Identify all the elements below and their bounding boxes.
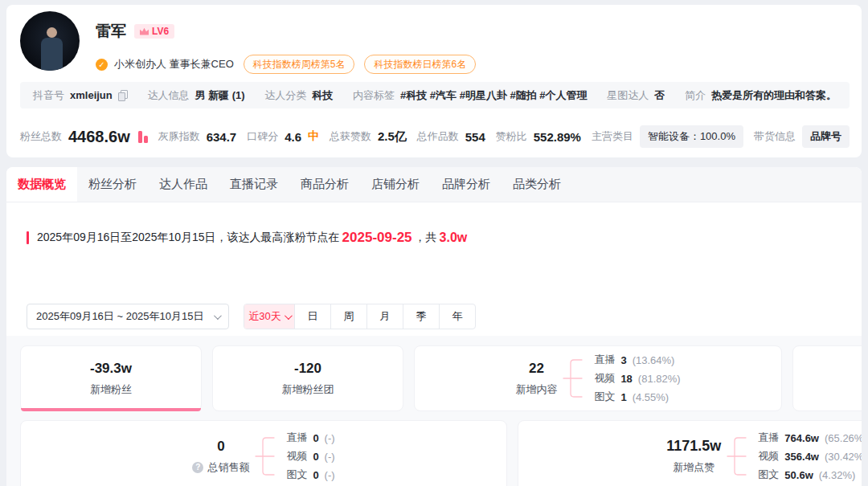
tab-talent-works[interactable]: 达人作品 [148, 167, 219, 202]
segment-quarter[interactable]: 季 [403, 304, 439, 329]
tab-live-records[interactable]: 直播记录 [219, 167, 289, 202]
help-icon[interactable]: ? [192, 462, 203, 473]
metric-card-cutoff[interactable] [792, 345, 862, 411]
info-starmap-label: 星图达人 [607, 88, 649, 103]
breakdown-value: 0 [313, 469, 318, 481]
stat-works-label: 总作品数 [417, 129, 459, 144]
breakdown-row-video: 视频 18 (81.82%) [594, 370, 680, 386]
date-filter-row: 2025年09月16日 ~ 2025年10月15日 近30天 日 周 月 季 年 [27, 304, 476, 329]
breakdown-value: 356.4w [784, 451, 819, 463]
info-category: 达人分类 科技 [264, 88, 333, 103]
breakdown-pct: (4.32%) [819, 469, 856, 481]
insight-text-mid: ，共 [415, 231, 437, 245]
new-likes-label: 新增点赞 [666, 460, 721, 475]
avatar[interactable] [20, 11, 80, 71]
segment-last-30-days[interactable]: 近30天 [244, 304, 294, 329]
date-range-picker[interactable]: 2025年09月16日 ~ 2025年10月15日 [27, 304, 229, 329]
info-content-tags: 内容标签 #科技 #汽车 #明星八卦 #随拍 #个人管理 [353, 88, 588, 103]
level-badge: LV6 [134, 24, 174, 39]
breakdown-pct: (-) [325, 432, 335, 444]
info-tags-label: 内容标签 [353, 88, 395, 103]
info-talent-value: 男 新疆 (1) [194, 88, 244, 103]
stat-total-works: 总作品数 554 [417, 129, 485, 144]
metric-card-new-content[interactable]: 22 新增内容 直播 3 (13.64%) [414, 345, 782, 411]
period-segmented-control: 近30天 日 周 月 季 年 [244, 304, 476, 329]
rank-badge-daily[interactable]: 科技指数榜日榜第6名 [364, 55, 476, 74]
stat-commerce-label: 带货信息 [754, 129, 796, 144]
breakdown-bracket [726, 431, 753, 482]
stat-likes-value: 2.5亿 [378, 129, 407, 145]
metric-card-total-sales[interactable]: 0 ? 总销售额 直播 0 [20, 420, 507, 486]
copy-icon[interactable] [118, 90, 128, 100]
new-content-breakdown: 直播 3 (13.64%) 视频 18 (81.82%) 图文 [594, 352, 680, 405]
insight-accent-bar [27, 231, 29, 244]
rank-badge-weekly[interactable]: 科技指数榜周榜第5名 [244, 55, 355, 74]
breakdown-row-image-text: 图文 50.6w (4.32%) [758, 467, 862, 483]
crown-icon [140, 28, 149, 35]
breakdown-pct: (81.82%) [638, 373, 681, 385]
main-content-card: 数据概览 粉丝分析 达人作品 直播记录 商品分析 店铺分析 品牌分析 品类分析 … [6, 167, 862, 486]
stat-fans-value: 4468.6w [68, 128, 130, 146]
breakdown-pct: (-) [325, 469, 335, 481]
stat-commerce-info: 带货信息 品牌号 [754, 125, 850, 148]
breakdown-name: 视频 [286, 449, 307, 464]
stat-total-likes: 总获赞数 2.5亿 [330, 129, 407, 145]
tab-product-analysis[interactable]: 商品分析 [289, 167, 360, 202]
segment-day[interactable]: 日 [294, 304, 330, 329]
new-fan-club-label: 新增粉丝团 [282, 382, 334, 397]
stat-huitun-index: 灰豚指数 634.7 [158, 129, 237, 144]
stat-index-label: 灰豚指数 [158, 129, 200, 144]
tab-brand-analysis[interactable]: 品牌分析 [431, 167, 502, 202]
info-douyin-label: 抖音号 [33, 88, 64, 103]
breakdown-value: 0 [313, 432, 318, 444]
stat-score-label: 口碑分 [247, 129, 278, 144]
breakdown-value: 50.6w [784, 469, 813, 481]
breakdown-name: 图文 [594, 390, 615, 404]
tab-fans-analysis[interactable]: 粉丝分析 [77, 167, 148, 202]
profile-stats-row: 粉丝总数 4468.6w 灰豚指数 634.7 口碑分 4.6 中 总获赞数 2… [20, 122, 850, 151]
tab-shop-analysis[interactable]: 店铺分析 [360, 167, 431, 202]
talent-name: 雷军 [96, 21, 126, 42]
info-bio-value: 热爱是所有的理由和答案。 [711, 88, 837, 103]
stat-index-value: 634.7 [207, 130, 237, 144]
segment-year[interactable]: 年 [439, 304, 475, 329]
breakdown-name: 直播 [286, 431, 307, 445]
stat-main-category: 主营类目 智能设备：100.0% [592, 125, 743, 148]
metric-card-new-fans[interactable]: -39.3w 新增粉丝 [20, 345, 202, 411]
profile-header: 雷军 LV6 ✓ 小米创办人 董事长兼CEO 科技指数榜周榜第5名 科技指数榜日… [20, 11, 476, 74]
breakdown-row-live: 直播 764.6w (65.26%) [758, 430, 862, 446]
chevron-down-icon [214, 312, 222, 320]
profile-info-bar: 抖音号 xmleijun 达人信息 男 新疆 (1) 达人分类 科技 内容标签 … [20, 82, 850, 108]
breakdown-pct: (13.64%) [633, 354, 675, 366]
stat-ratio-value: 552.89% [534, 130, 581, 144]
breakdown-value: 1 [620, 391, 626, 403]
tabbar: 数据概览 粉丝分析 达人作品 直播记录 商品分析 店铺分析 品牌分析 品类分析 [6, 167, 862, 202]
metric-cards-section: -39.3w 新增粉丝 -120 新增粉丝团 22 新增内容 [6, 336, 862, 486]
tab-data-overview[interactable]: 数据概览 [6, 167, 77, 202]
breakdown-name: 图文 [286, 468, 307, 482]
fans-chart-icon[interactable] [138, 131, 148, 143]
total-sales-label: 总销售额 [207, 460, 249, 475]
total-sales-breakdown: 直播 0 (-) 视频 0 (-) 图文 0 [286, 430, 334, 483]
segment-week[interactable]: 周 [330, 304, 366, 329]
breakdown-row-video: 视频 0 (-) [286, 448, 334, 464]
tab-category-analysis[interactable]: 品类分析 [502, 167, 572, 202]
metric-card-new-fan-club[interactable]: -120 新增粉丝团 [212, 345, 403, 411]
verified-check-icon: ✓ [96, 59, 108, 71]
info-talent-label: 达人信息 [147, 88, 189, 103]
profile-card: 雷军 LV6 ✓ 小米创办人 董事长兼CEO 科技指数榜周榜第5名 科技指数榜日… [6, 5, 862, 157]
breakdown-pct: (-) [325, 451, 335, 463]
metric-card-new-likes[interactable]: 1171.5w 新增点赞 直播 764.6w (65.26%) [518, 420, 862, 486]
peak-insight-line: 2025年09月16日至2025年10月15日，该达人最高涨粉节点在 2025-… [27, 230, 467, 246]
breakdown-pct: (4.55%) [633, 391, 669, 403]
breakdown-name: 图文 [758, 468, 779, 482]
total-sales-value: 0 [192, 439, 249, 455]
stat-works-value: 554 [465, 130, 485, 144]
info-starmap-value: 否 [654, 88, 665, 103]
breakdown-name: 视频 [758, 449, 779, 464]
new-likes-value: 1171.5w [666, 438, 721, 455]
breakdown-name: 直播 [758, 431, 779, 445]
breakdown-row-video: 视频 356.4w (30.42%) [758, 448, 862, 464]
breakdown-value: 0 [313, 451, 318, 463]
segment-month[interactable]: 月 [366, 304, 403, 329]
